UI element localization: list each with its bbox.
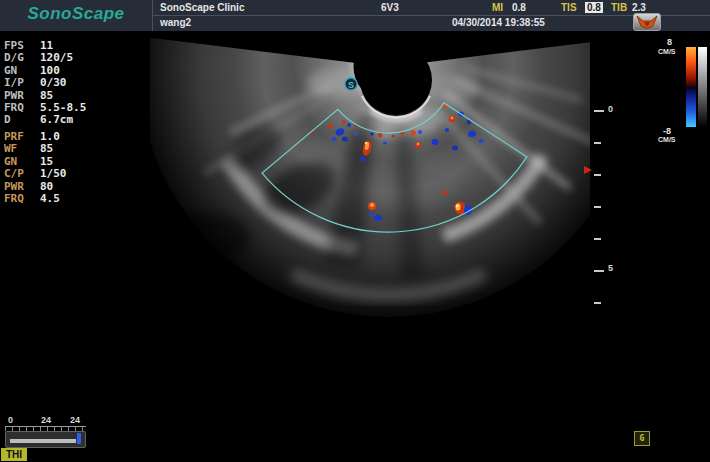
ruler-tick <box>594 174 601 176</box>
cine-scale-current: 24 <box>70 415 80 425</box>
param-row: D6.7cm <box>4 114 86 126</box>
velocity-max: 8 <box>667 37 672 47</box>
probe-icon-button[interactable] <box>633 13 661 31</box>
ruler-tick <box>594 110 604 112</box>
doppler-color-scale <box>686 47 696 127</box>
ultrasound-screen: SonoScape SonoScape Clinic 6V3 MI 0.8 TI… <box>0 0 710 462</box>
ruler-tick <box>594 206 601 208</box>
cine-progress-track[interactable] <box>5 431 86 448</box>
tib-label: TIB <box>611 2 627 13</box>
gray-scale-bar <box>698 47 707 127</box>
ruler-tick <box>594 302 601 304</box>
cine-cursor[interactable] <box>77 433 81 444</box>
ruler-tick <box>594 270 604 272</box>
ruler-tick <box>594 238 601 240</box>
velocity-units-bottom: CM/S <box>658 136 676 143</box>
brand-logo: SonoScape <box>0 4 152 24</box>
probe-model: 6V3 <box>381 2 399 13</box>
tib-value: 2.3 <box>632 2 646 13</box>
ultrasound-fan: S <box>150 38 590 338</box>
param-row: WF85 <box>4 143 67 155</box>
mi-label: MI <box>492 2 503 13</box>
probe-icon <box>634 14 660 30</box>
cine-scale-start: 0 <box>8 415 13 425</box>
tis-label: TIS <box>561 2 577 13</box>
depth-label-0: 0 <box>608 104 613 114</box>
param-row: C/P1/50 <box>4 168 67 180</box>
param-row: FRQ4.5 <box>4 193 67 205</box>
header-divider-horizontal <box>153 15 710 16</box>
velocity-min: -8 <box>663 126 671 136</box>
cine-scale-mid: 24 <box>41 415 51 425</box>
cine-ruler-line <box>5 426 86 427</box>
patient-name: wang2 <box>160 17 191 28</box>
bmode-parameter-panel: FPS11 D/G120/5 GN100 I/P0/30 PWR85 FRQ5.… <box>4 40 86 127</box>
velocity-units-top: CM/S <box>658 48 676 55</box>
datetime: 04/30/2014 19:38:55 <box>452 17 545 28</box>
cine-progress-bar <box>10 439 76 443</box>
cine-film-icon[interactable]: G <box>634 431 650 446</box>
ruler-tick <box>594 142 601 144</box>
ultrasound-image-area[interactable]: S <box>150 38 590 338</box>
focus-marker[interactable] <box>584 166 592 174</box>
mi-value: 0.8 <box>512 2 526 13</box>
thi-mode-badge: THI <box>1 448 27 461</box>
depth-label-5: 5 <box>608 263 613 273</box>
probe-notch <box>360 44 432 116</box>
svg-text:S: S <box>348 80 354 90</box>
color-doppler-parameter-panel: PRF1.0 WF85 GN15 C/P1/50 PWR80 FRQ4.5 <box>4 131 67 205</box>
clinic-name: SonoScape Clinic <box>160 2 244 13</box>
tis-value: 0.8 <box>585 2 603 13</box>
top-bar: SonoScape SonoScape Clinic 6V3 MI 0.8 TI… <box>0 0 710 31</box>
